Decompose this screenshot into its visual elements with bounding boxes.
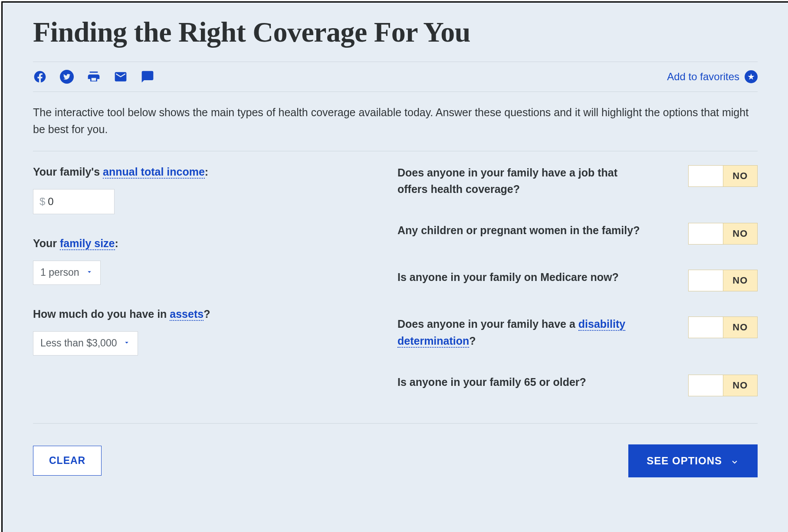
toggle-yes[interactable] xyxy=(689,270,723,291)
income-input[interactable]: $ xyxy=(33,189,115,214)
arrow-down-icon xyxy=(730,456,739,466)
intro-text: The interactive tool below shows the mai… xyxy=(33,92,758,151)
twitter-icon[interactable] xyxy=(60,70,74,84)
toggle-no[interactable]: NO xyxy=(723,317,758,338)
toggle-no[interactable]: NO xyxy=(723,270,758,291)
toggle-yes[interactable] xyxy=(689,166,723,186)
question-medicare: Is anyone in your family on Medicare now… xyxy=(397,269,619,286)
email-icon[interactable] xyxy=(114,70,128,84)
toggle-yes[interactable] xyxy=(689,375,723,396)
toggle-yes[interactable] xyxy=(689,223,723,244)
income-field[interactable] xyxy=(48,196,108,208)
toggle-disability[interactable]: NO xyxy=(688,317,758,338)
dollar-prefix: $ xyxy=(39,196,45,208)
toggle-yes[interactable] xyxy=(689,317,723,338)
question-disability: Does anyone in your family have a disabi… xyxy=(397,316,649,349)
chevron-down-icon xyxy=(123,337,131,349)
see-options-label: SEE OPTIONS xyxy=(647,455,722,467)
assets-term[interactable]: assets xyxy=(170,308,204,321)
see-options-button[interactable]: SEE OPTIONS xyxy=(628,444,758,477)
toggle-no[interactable]: NO xyxy=(723,166,758,186)
question-age65: Is anyone in your family 65 or older? xyxy=(397,374,586,391)
toggle-no[interactable]: NO xyxy=(723,375,758,396)
print-icon[interactable] xyxy=(87,70,101,84)
add-favorites-label: Add to favorites xyxy=(667,71,739,83)
assets-value: Less than $3,000 xyxy=(40,337,117,349)
chevron-down-icon xyxy=(85,267,93,278)
assets-select[interactable]: Less than $3,000 xyxy=(33,331,138,356)
toggle-medicare[interactable]: NO xyxy=(688,270,758,291)
toggle-no[interactable]: NO xyxy=(723,223,758,244)
facebook-icon[interactable] xyxy=(33,70,47,84)
add-favorites-button[interactable]: Add to favorites xyxy=(667,70,758,83)
page-title: Finding the Right Coverage For You xyxy=(33,16,758,49)
assets-label: How much do you have in assets? xyxy=(33,307,345,322)
toggle-job-coverage[interactable]: NO xyxy=(688,165,758,187)
family-size-value: 1 person xyxy=(40,267,79,278)
income-term[interactable]: annual total income xyxy=(103,166,205,179)
comment-icon[interactable] xyxy=(141,70,154,84)
income-label: Your family's annual total income: xyxy=(33,164,345,180)
family-size-label: Your family size: xyxy=(33,236,345,251)
clear-button[interactable]: CLEAR xyxy=(33,446,102,476)
question-children: Any children or pregnant women in the fa… xyxy=(397,222,640,239)
star-icon xyxy=(745,70,758,83)
family-size-select[interactable]: 1 person xyxy=(33,261,101,285)
toggle-age65[interactable]: NO xyxy=(688,375,758,396)
question-job-coverage: Does anyone in your family have a job th… xyxy=(397,164,649,198)
family-size-term[interactable]: family size xyxy=(60,237,115,250)
share-toolbar: Add to favorites xyxy=(33,62,758,91)
toggle-children[interactable]: NO xyxy=(688,223,758,245)
